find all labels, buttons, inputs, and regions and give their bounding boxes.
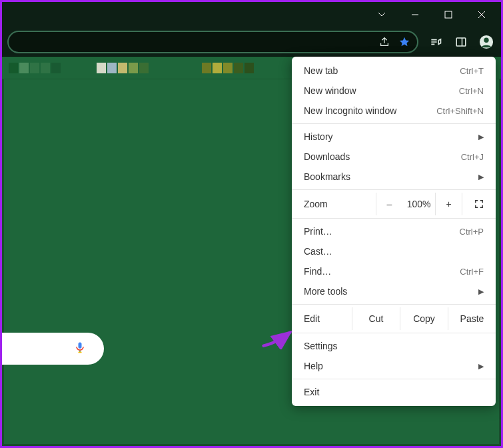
submenu-arrow-icon: ▶ <box>478 133 484 141</box>
browser-toolbar <box>2 27 501 57</box>
microphone-icon[interactable] <box>73 341 87 357</box>
menu-item-label: Downloads <box>304 151 350 162</box>
minimize-button[interactable] <box>400 5 430 25</box>
paste-button[interactable]: Paste <box>448 307 496 330</box>
svg-point-3 <box>484 37 488 42</box>
window-titlebar <box>2 2 501 27</box>
menu-item-label: More tools <box>304 286 347 297</box>
svg-rect-19 <box>223 63 233 73</box>
menu-separator <box>292 189 496 190</box>
submenu-arrow-icon: ▶ <box>478 173 484 181</box>
svg-rect-8 <box>19 63 29 73</box>
menu-separator <box>292 218 496 219</box>
menu-print[interactable]: Print… Ctrl+P <box>292 221 496 241</box>
svg-rect-13 <box>107 63 117 73</box>
menu-zoom-row: Zoom – 100% + <box>292 193 496 215</box>
google-search-box[interactable] <box>0 333 104 365</box>
svg-rect-21 <box>245 63 254 73</box>
menu-item-label: Help <box>304 361 323 371</box>
menu-exit[interactable]: Exit <box>292 382 496 402</box>
zoom-in-button[interactable]: + <box>435 193 462 215</box>
menu-help[interactable]: Help ▶ <box>292 356 496 376</box>
menu-cast[interactable]: Cast… <box>292 241 496 261</box>
menu-item-label: History <box>304 131 333 142</box>
menu-item-label: New tab <box>304 65 338 76</box>
svg-rect-9 <box>30 63 39 73</box>
svg-rect-1 <box>456 38 466 46</box>
menu-settings[interactable]: Settings <box>292 336 496 356</box>
menu-more-tools[interactable]: More tools ▶ <box>292 281 496 301</box>
menu-item-label: New window <box>304 85 356 96</box>
menu-item-shortcut: Ctrl+J <box>461 152 484 162</box>
menu-incognito[interactable]: New Incognito window Ctrl+Shift+N <box>292 101 496 121</box>
address-bar[interactable] <box>7 31 418 53</box>
menu-separator <box>292 304 496 305</box>
submenu-arrow-icon: ▶ <box>478 362 484 371</box>
menu-separator <box>292 333 496 333</box>
svg-rect-15 <box>129 63 138 73</box>
menu-find[interactable]: Find… Ctrl+F <box>292 261 496 281</box>
svg-rect-20 <box>234 63 243 73</box>
toolbar-actions <box>422 33 496 51</box>
menu-item-label: Edit <box>304 313 352 324</box>
close-button[interactable] <box>466 5 497 25</box>
menu-history[interactable]: History ▶ <box>292 127 496 147</box>
svg-rect-12 <box>97 63 106 73</box>
menu-item-shortcut: Ctrl+F <box>460 267 484 277</box>
menu-separator <box>292 123 496 124</box>
svg-rect-0 <box>445 11 452 18</box>
menu-separator <box>292 379 496 379</box>
menu-item-label: Bookmarks <box>304 171 350 182</box>
menu-downloads[interactable]: Downloads Ctrl+J <box>292 147 496 167</box>
menu-item-shortcut: Ctrl+Shift+N <box>436 106 484 116</box>
menu-item-label: Print… <box>304 226 332 237</box>
tab-dropdown-button[interactable] <box>366 5 397 25</box>
menu-item-label: Exit <box>304 387 319 397</box>
svg-rect-11 <box>51 63 61 73</box>
profile-avatar-icon[interactable] <box>477 33 496 51</box>
submenu-arrow-icon: ▶ <box>478 287 484 296</box>
cut-button[interactable]: Cut <box>352 307 400 330</box>
svg-rect-7 <box>9 63 18 73</box>
svg-rect-17 <box>202 63 211 73</box>
menu-new-window[interactable]: New window Ctrl+N <box>292 81 496 101</box>
menu-item-label: Find… <box>304 266 331 277</box>
bookmark-star-icon[interactable] <box>398 36 410 48</box>
svg-rect-10 <box>41 63 50 73</box>
menu-item-label: Zoom <box>304 199 376 209</box>
copy-button[interactable]: Copy <box>400 307 448 330</box>
svg-rect-16 <box>139 63 149 73</box>
svg-rect-18 <box>213 63 222 73</box>
bookmarks-blur-placeholder <box>9 60 275 76</box>
zoom-out-button[interactable]: – <box>376 193 402 215</box>
menu-edit-row: Edit Cut Copy Paste <box>292 307 496 330</box>
menu-item-shortcut: Ctrl+N <box>459 86 484 96</box>
svg-rect-14 <box>118 63 127 73</box>
menu-item-shortcut: Ctrl+T <box>460 66 484 76</box>
menu-item-label: Cast… <box>304 246 332 257</box>
maximize-button[interactable] <box>433 5 464 25</box>
media-control-icon[interactable] <box>426 33 445 51</box>
menu-item-label: New Incognito window <box>304 105 396 116</box>
menu-bookmarks[interactable]: Bookmarks ▶ <box>292 167 496 187</box>
side-panel-icon[interactable] <box>452 33 470 51</box>
share-icon[interactable] <box>378 36 390 48</box>
chrome-main-menu: New tab Ctrl+T New window Ctrl+N New Inc… <box>292 57 496 406</box>
menu-item-label: Settings <box>304 341 338 351</box>
menu-item-shortcut: Ctrl+P <box>460 227 484 237</box>
fullscreen-button[interactable] <box>462 193 496 215</box>
menu-new-tab[interactable]: New tab Ctrl+T <box>292 61 496 81</box>
zoom-value: 100% <box>402 199 435 209</box>
